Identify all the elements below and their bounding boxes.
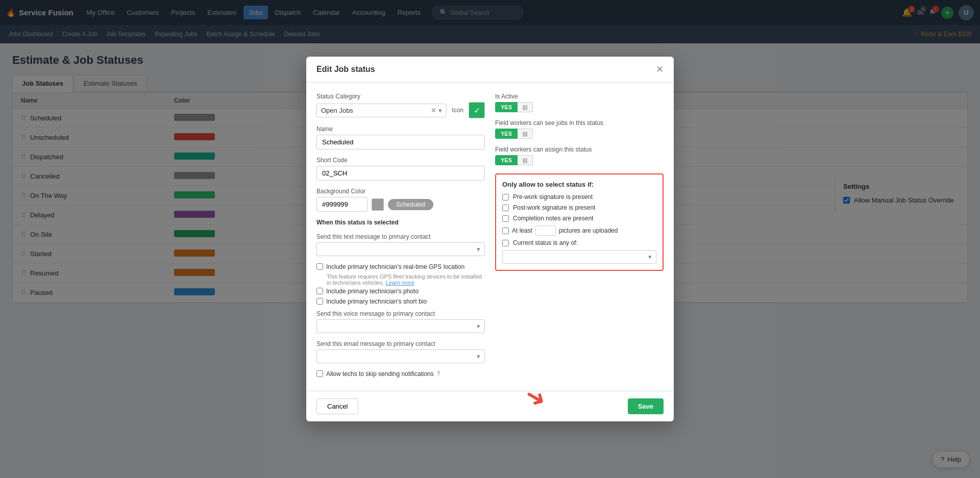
name-group: Name [316, 125, 485, 149]
color-swatch[interactable] [372, 198, 384, 211]
clear-icon[interactable]: ✕ [431, 107, 436, 114]
field-workers-assign-label: Field workers can assign this status [495, 146, 664, 153]
modal-close-button[interactable]: ✕ [656, 64, 664, 75]
condition-current-status: Current status is any of: [502, 239, 656, 246]
condition-completion-notes: Completion notes are present [502, 215, 656, 222]
short-code-label: Short Code [316, 157, 485, 164]
condition-box: Only allow to select status if: Pre-work… [495, 173, 664, 271]
field-workers-assign-group: Field workers can assign this status YES… [495, 146, 664, 165]
current-status-select[interactable]: ▾ [502, 250, 656, 264]
icon-label: Icon [452, 107, 463, 114]
is-active-group: Is Active YES ||| [495, 93, 664, 112]
photo-checkbox[interactable] [316, 288, 323, 294]
completion-notes-label: Completion notes are present [513, 215, 593, 222]
gps-note: This feature requires GPS fleet tracking… [327, 273, 485, 286]
photo-label: Include primary technician's photo [326, 288, 419, 295]
pre-work-label: Pre-work signature is present [513, 193, 593, 200]
field-workers-see-yes-btn[interactable]: YES [495, 129, 518, 139]
is-active-label: Is Active [495, 93, 664, 100]
field-workers-see-toggle: YES ||| [495, 129, 664, 139]
when-status-label: When this status is selected [316, 219, 485, 226]
current-status-label: Current status is any of: [513, 239, 578, 246]
name-label: Name [316, 125, 485, 133]
pre-work-checkbox[interactable] [502, 194, 509, 200]
short-code-input[interactable] [316, 166, 485, 181]
color-input[interactable] [316, 197, 368, 212]
bio-checkbox-row: Include primary technician's short bio [316, 298, 485, 305]
modal-body: Status Category Open Jobs ✕ ▾ Icon ✓ [306, 83, 674, 313]
status-preview-badge: Scheduled [388, 199, 433, 210]
field-workers-see-label: Field workers can see jobs in this statu… [495, 119, 664, 127]
color-picker-row: Scheduled [316, 197, 485, 212]
modal-header: Edit Job status ✕ [306, 57, 674, 83]
modal-right-col: Is Active YES ||| Field workers can see … [495, 93, 664, 313]
send-text-label: Send this text message to primary contac… [316, 233, 485, 240]
current-status-checkbox[interactable] [502, 240, 509, 246]
bio-label: Include primary technician's short bio [326, 298, 427, 305]
status-category-select[interactable]: Open Jobs ✕ ▾ [316, 104, 447, 117]
is-active-toggle: YES ||| [495, 102, 664, 112]
gps-label: Include primary technician's real-time G… [326, 263, 464, 270]
field-workers-assign-toggle: YES ||| [495, 155, 664, 165]
is-active-yes-btn[interactable]: YES [495, 102, 518, 112]
when-status-group: When this status is selected [316, 219, 485, 226]
send-text-group: Send this text message to primary contac… [316, 233, 485, 256]
pictures-count-input[interactable] [535, 225, 556, 236]
gps-learn-more-link[interactable]: Learn more [386, 280, 414, 286]
post-work-checkbox[interactable] [502, 205, 509, 211]
chevron-down-icon[interactable]: ▾ [438, 107, 442, 114]
current-status-dropdown-row: ▾ [502, 250, 656, 264]
field-workers-see-no-btn[interactable]: ||| [518, 129, 533, 139]
edit-job-status-modal: Edit Job status ✕ Status Category Open J… [306, 57, 674, 313]
name-input[interactable] [316, 135, 485, 149]
short-code-group: Short Code [316, 157, 485, 181]
modal-left-col: Status Category Open Jobs ✕ ▾ Icon ✓ [316, 93, 485, 313]
condition-pictures: At least pictures are uploaded [502, 225, 656, 236]
condition-pre-work: Pre-work signature is present [502, 193, 656, 200]
bg-color-group: Background Color Scheduled [316, 188, 485, 212]
gps-checkbox[interactable] [316, 263, 323, 270]
gps-checkbox-row: Include primary technician's real-time G… [316, 263, 485, 270]
is-active-no-btn[interactable]: ||| [518, 102, 533, 112]
at-least-label: At least [512, 227, 532, 234]
status-category-label: Status Category [316, 93, 485, 100]
photo-checkbox-row: Include primary technician's photo [316, 288, 485, 295]
field-workers-see-group: Field workers can see jobs in this statu… [495, 119, 664, 139]
field-workers-assign-no-btn[interactable]: ||| [518, 155, 533, 165]
chevron-down-icon: ▾ [648, 253, 652, 261]
condition-post-work: Post-work signature is present [502, 204, 656, 211]
pictures-checkbox[interactable] [502, 228, 509, 234]
bg-color-label: Background Color [316, 188, 485, 195]
condition-title: Only allow to select status if: [502, 181, 656, 188]
status-category-group: Status Category Open Jobs ✕ ▾ Icon ✓ [316, 93, 485, 118]
pictures-suffix-label: pictures are uploaded [559, 227, 618, 234]
bio-checkbox[interactable] [316, 298, 323, 305]
send-voice-label: Send this voice message to primary conta… [316, 310, 485, 313]
send-text-select[interactable]: ▾ [316, 242, 485, 256]
status-category-value: Open Jobs [321, 107, 353, 114]
completion-notes-checkbox[interactable] [502, 215, 509, 222]
modal-title: Edit Job status [316, 65, 375, 74]
field-workers-assign-yes-btn[interactable]: YES [495, 155, 518, 165]
post-work-label: Post-work signature is present [513, 204, 595, 211]
chevron-down-icon: ▾ [477, 245, 480, 253]
send-voice-group: Send this voice message to primary conta… [316, 310, 485, 313]
icon-preview[interactable]: ✓ [469, 102, 485, 118]
modal-overlay: Edit Job status ✕ Status Category Open J… [0, 0, 980, 313]
